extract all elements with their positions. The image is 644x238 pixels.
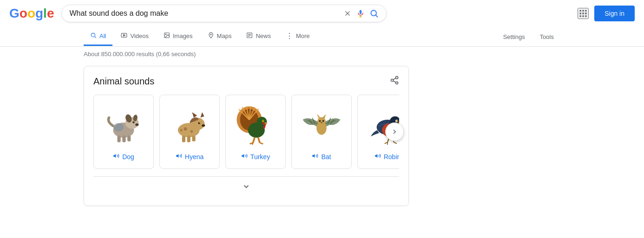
search-submit-button[interactable]	[369, 9, 379, 18]
bat-name: Bat	[321, 153, 331, 161]
svg-rect-56	[192, 135, 195, 142]
svg-line-30	[393, 81, 396, 82]
svg-point-45	[184, 127, 187, 130]
images-icon	[164, 32, 170, 40]
svg-point-36	[132, 121, 135, 123]
svg-line-6	[376, 15, 378, 17]
svg-point-47	[180, 129, 182, 131]
svg-point-52	[199, 122, 200, 123]
turkey-label: Turkey	[241, 153, 270, 161]
svg-rect-12	[585, 13, 586, 14]
svg-rect-55	[187, 135, 191, 142]
clear-button[interactable]	[343, 9, 352, 18]
svg-marker-49	[192, 112, 197, 118]
carousel-next-button[interactable]	[385, 122, 404, 141]
svg-point-21	[165, 34, 166, 35]
dog-label: Dog	[113, 153, 134, 161]
svg-point-76	[322, 120, 324, 122]
svg-point-22	[210, 34, 211, 35]
animal-card-turkey[interactable]: Turkey	[225, 95, 286, 169]
svg-marker-57	[176, 154, 178, 158]
hyena-image	[166, 101, 213, 147]
svg-marker-69	[242, 154, 244, 158]
svg-point-37	[134, 122, 134, 122]
turkey-name: Turkey	[250, 153, 270, 161]
robin-label: Robin	[375, 153, 399, 161]
results-info: About 850.000.000 results (0,66 seconds)	[0, 47, 644, 61]
tab-images-label: Images	[173, 32, 193, 39]
svg-marker-82	[313, 154, 315, 158]
header-right: Sign in	[578, 6, 635, 21]
search-bar	[61, 5, 387, 22]
animal-sounds-card: Animal sounds	[84, 66, 409, 206]
svg-rect-11	[583, 13, 584, 14]
svg-point-77	[321, 122, 323, 123]
sound-icon-dog	[113, 153, 119, 161]
nav-tabs: All Videos Images Maps	[0, 27, 644, 47]
tab-more[interactable]: ⋮ More	[279, 27, 316, 46]
svg-rect-13	[580, 15, 581, 17]
svg-line-67	[252, 143, 253, 145]
animal-card-dog[interactable]: Dog	[93, 95, 154, 169]
sound-icon-hyena	[176, 153, 182, 161]
tab-images[interactable]: Images	[157, 27, 199, 46]
svg-rect-2	[360, 10, 362, 14]
sound-icon-turkey	[241, 153, 248, 161]
svg-rect-10	[580, 13, 581, 14]
sign-in-button[interactable]: Sign in	[594, 6, 635, 21]
svg-line-64	[253, 137, 255, 143]
svg-rect-41	[127, 135, 131, 142]
google-logo[interactable]: Google	[9, 6, 54, 21]
svg-rect-54	[182, 135, 185, 142]
svg-rect-9	[585, 10, 586, 12]
dog-name: Dog	[122, 153, 134, 161]
card-expand-button[interactable]	[93, 176, 399, 196]
svg-rect-40	[122, 135, 125, 142]
svg-line-93	[394, 142, 397, 144]
svg-marker-43	[113, 154, 116, 158]
tab-news[interactable]: News	[240, 27, 277, 46]
svg-marker-50	[200, 112, 204, 118]
search-input[interactable]	[69, 9, 339, 18]
tab-news-label: News	[256, 32, 271, 39]
hyena-name: Hyena	[185, 153, 204, 161]
svg-marker-94	[375, 154, 377, 158]
bat-image	[298, 101, 345, 147]
tab-videos[interactable]: Videos	[114, 27, 155, 46]
svg-line-17	[95, 37, 96, 38]
svg-point-63	[263, 121, 263, 122]
svg-point-38	[135, 123, 138, 126]
sound-icon-robin	[375, 153, 381, 161]
svg-rect-15	[585, 15, 586, 17]
header: Google	[0, 0, 644, 27]
apps-button[interactable]	[578, 8, 589, 19]
carousel-container: Dog	[93, 95, 399, 169]
animal-card-bat[interactable]: Bat	[291, 95, 352, 169]
main-content: Animal sounds	[0, 61, 644, 211]
tools-button[interactable]: Tools	[533, 29, 560, 45]
dog-image	[100, 101, 147, 147]
svg-point-42	[113, 123, 124, 131]
settings-button[interactable]: Settings	[497, 29, 532, 45]
svg-point-75	[319, 120, 321, 122]
svg-point-29	[396, 82, 398, 84]
maps-icon	[208, 32, 214, 40]
card-title: Animal sounds	[93, 76, 154, 87]
svg-point-27	[396, 77, 398, 79]
robin-name: Robin	[384, 153, 399, 161]
svg-rect-8	[583, 10, 584, 12]
share-button[interactable]	[390, 76, 399, 87]
tab-maps[interactable]: Maps	[201, 27, 238, 46]
videos-icon	[121, 32, 127, 40]
news-icon	[246, 32, 253, 40]
tab-all[interactable]: All	[84, 27, 112, 46]
tab-maps-label: Maps	[217, 32, 232, 39]
animal-card-hyena[interactable]: Hyena	[159, 95, 220, 169]
svg-line-68	[260, 143, 263, 144]
svg-line-91	[385, 142, 388, 144]
mic-button[interactable]	[356, 9, 365, 18]
tab-all-label: All	[99, 32, 106, 39]
bat-label: Bat	[312, 153, 331, 161]
hyena-label: Hyena	[176, 153, 204, 161]
svg-line-31	[393, 78, 396, 79]
